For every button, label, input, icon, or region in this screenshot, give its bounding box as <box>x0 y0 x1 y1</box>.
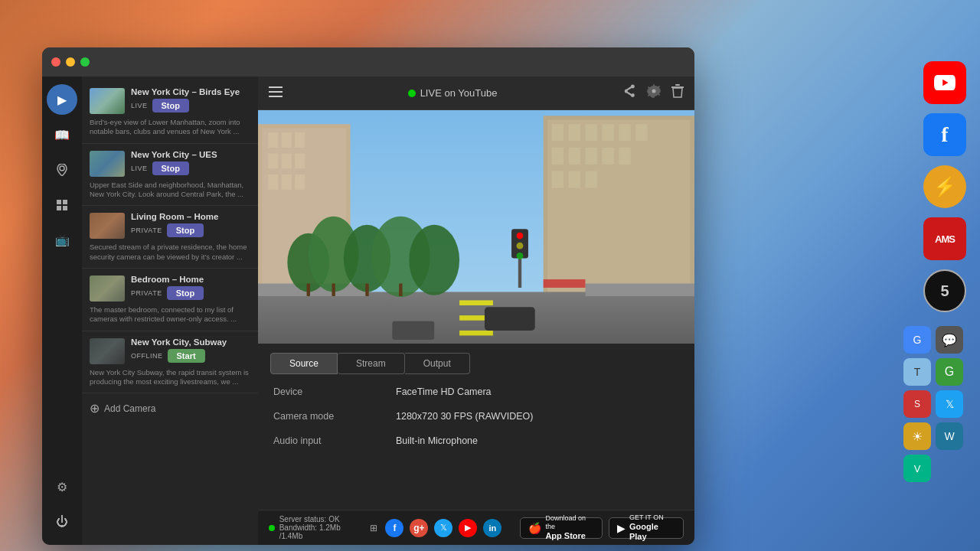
sidebar-item-logo[interactable]: ▶ <box>47 84 77 115</box>
footer-social: f g+ 𝕏 ▶ in <box>385 519 501 537</box>
social-facebook[interactable]: f <box>385 519 403 537</box>
add-camera-button[interactable]: ⊕ Add Camera <box>82 393 258 423</box>
lightning-icon[interactable]: ⚡ <box>923 165 966 208</box>
start-button[interactable]: Start <box>168 349 205 363</box>
live-indicator: LIVE on YouTube <box>408 87 498 99</box>
camera-thumb <box>90 213 125 239</box>
stop-button[interactable]: Stop <box>167 286 204 300</box>
sidebar-item-settings[interactable]: ⚙ <box>47 471 77 502</box>
5-icon[interactable]: 5 <box>923 269 966 312</box>
sidebar-item-book[interactable]: 📖 <box>47 119 77 150</box>
list-item[interactable]: New York City, Subway Offline Start New … <box>82 331 258 394</box>
camera-thumb <box>90 338 125 364</box>
sidebar-item-grid[interactable] <box>47 190 77 220</box>
svg-rect-33 <box>586 148 597 165</box>
list-item[interactable]: New York City – Birds Eye LIVE Stop Bird… <box>82 81 258 144</box>
sm-icon-t[interactable]: T <box>903 358 931 386</box>
top-bar: LIVE on YouTube <box>258 77 694 110</box>
svg-rect-44 <box>586 283 695 295</box>
svg-rect-7 <box>269 96 283 97</box>
svg-rect-38 <box>586 171 597 188</box>
tab-stream[interactable]: Stream <box>338 353 405 374</box>
ams-icon[interactable]: AMS <box>923 217 966 260</box>
sm-icon-green[interactable]: G <box>936 358 963 386</box>
bottom-section: Source Stream Output Device FaceTime HD … <box>258 344 694 510</box>
status-badge: LIVE <box>131 165 148 172</box>
social-youtube[interactable]: ▶ <box>459 519 477 537</box>
close-button[interactable] <box>51 57 60 67</box>
store-badges: 🍎 Download on the App Store ▶ GET IT ON … <box>520 517 684 539</box>
camera-info: New York City – UES LIVE Stop <box>131 150 250 178</box>
stop-button[interactable]: Stop <box>152 99 189 112</box>
sm-icon-yellow[interactable]: ☀ <box>903 422 931 450</box>
list-item[interactable]: Living Room – Home Private Stop Secured … <box>82 206 258 269</box>
maximize-button[interactable] <box>80 57 90 67</box>
sm-icon-chat[interactable]: 💬 <box>936 326 963 354</box>
svg-rect-55 <box>392 321 434 340</box>
device-label: Device <box>273 386 396 397</box>
youtube-icon[interactable] <box>923 61 966 104</box>
sm-icon-twitter[interactable]: 𝕏 <box>936 390 963 418</box>
camera-info: Bedroom – Home Private Stop <box>131 275 250 302</box>
svg-rect-4 <box>63 206 67 210</box>
svg-rect-19 <box>295 154 305 169</box>
status-badge: Offline <box>131 352 163 360</box>
svg-point-61 <box>517 253 524 259</box>
app-store-badge[interactable]: 🍎 Download on the App Store <box>520 517 603 539</box>
sm-icon-vine[interactable]: V <box>903 455 931 482</box>
bandwidth-icon: ⊞ <box>370 523 377 533</box>
camera-status: Private Stop <box>131 286 250 300</box>
svg-rect-3 <box>57 206 61 210</box>
video-preview <box>258 110 694 344</box>
svg-rect-50 <box>307 283 310 295</box>
audio-input-value: Built-in Microphone <box>396 435 679 446</box>
svg-rect-34 <box>602 148 613 165</box>
app-store-text: Download on the App Store <box>545 514 594 541</box>
svg-rect-37 <box>569 171 580 188</box>
server-status: Server status: OK Bandwidth: 1.2Mb /1.4M… <box>269 515 377 540</box>
sidebar-item-power[interactable]: ⏻ <box>47 507 77 537</box>
svg-rect-18 <box>282 154 292 169</box>
camera-info: Living Room – Home Private Stop <box>131 212 250 240</box>
svg-rect-52 <box>365 283 368 295</box>
add-camera-label: Add Camera <box>104 403 155 414</box>
trash-icon[interactable] <box>671 84 684 102</box>
social-twitter[interactable]: 𝕏 <box>434 519 452 537</box>
camera-description: New York City Subway, the rapid transit … <box>90 368 250 387</box>
svg-rect-22 <box>295 174 305 190</box>
desktop-icons: f ⚡ AMS 5 <box>923 61 966 312</box>
facebook-icon[interactable]: f <box>923 113 966 156</box>
sm-icon-g[interactable]: G <box>903 326 931 354</box>
titlebar <box>42 47 694 77</box>
camera-info: New York City, Subway Offline Start <box>131 337 250 365</box>
main-panel: LIVE on YouTube <box>258 77 694 545</box>
list-item[interactable]: New York City – UES LIVE Stop Upper East… <box>82 144 258 207</box>
sidebar-item-monitor[interactable]: 📺 <box>47 225 77 256</box>
settings-icon[interactable] <box>647 84 661 102</box>
camera-description: Bird's-eye view of Lower Manhattan, zoom… <box>90 118 250 137</box>
list-item[interactable]: Bedroom – Home Private Stop The master b… <box>82 269 258 331</box>
camera-name: Living Room – Home <box>131 212 250 221</box>
tab-source[interactable]: Source <box>270 353 338 374</box>
svg-rect-28 <box>602 124 613 141</box>
sm-icon-red[interactable]: S <box>903 390 931 418</box>
social-linkedin[interactable]: in <box>483 519 501 537</box>
minimize-button[interactable] <box>66 57 75 67</box>
sm-icon-wp[interactable]: W <box>936 422 963 450</box>
svg-point-49 <box>409 225 459 295</box>
camera-name: Bedroom – Home <box>131 275 250 284</box>
google-play-badge[interactable]: ▶ GET IT ON Google Play <box>609 517 684 539</box>
social-googleplus[interactable]: g+ <box>410 519 428 537</box>
tab-output[interactable]: Output <box>405 353 470 374</box>
stop-button[interactable]: Stop <box>152 161 189 175</box>
share-icon[interactable] <box>622 84 636 102</box>
menu-icon[interactable] <box>269 86 283 100</box>
device-info: Device FaceTime HD Camera Camera mode 12… <box>258 374 694 458</box>
apple-icon: 🍎 <box>528 522 541 534</box>
svg-rect-20 <box>268 174 278 190</box>
camera-name: New York City, Subway <box>131 337 250 347</box>
stop-button[interactable]: Stop <box>167 223 204 237</box>
device-value: FaceTime HD Camera <box>396 386 679 397</box>
sidebar-item-location[interactable] <box>47 155 77 185</box>
svg-rect-14 <box>268 132 278 148</box>
